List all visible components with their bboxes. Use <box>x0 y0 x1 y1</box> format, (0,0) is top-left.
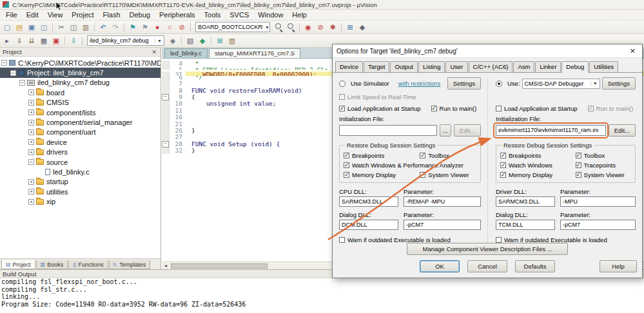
cancel-button[interactable]: Cancel <box>467 260 507 272</box>
menu-item[interactable]: SVCS <box>225 10 253 19</box>
driver-param-input[interactable] <box>560 196 636 207</box>
tree-item-cmsis[interactable]: + CMSIS <box>0 98 161 108</box>
restore-checkbox[interactable]: Watch Windows <box>500 162 576 169</box>
tree-expander-icon[interactable]: + <box>28 139 34 145</box>
limit-speed-checkbox[interactable]: Limit Speed to Real-Time <box>339 93 416 100</box>
run-to-main-checkbox[interactable]: Run to main() <box>431 105 477 112</box>
editor-tab-led-blinky[interactable]: led_blinky.c <box>164 48 208 58</box>
new-file-icon[interactable]: ▢ <box>1 21 13 33</box>
fold-icon[interactable] <box>162 134 170 140</box>
tree-item-component-lists[interactable]: + component/lists <box>0 108 161 117</box>
insert-remove-breakpoint-icon[interactable]: ⊘ <box>315 21 326 33</box>
download-icon[interactable]: ⇩ <box>68 35 79 46</box>
scroll-thumb[interactable] <box>171 263 268 269</box>
restore-checkbox[interactable]: Memory Display <box>500 171 576 178</box>
target-options-icon[interactable]: ◈ <box>167 35 179 46</box>
configure-icon[interactable]: ◆ <box>356 21 368 33</box>
rebuild-icon[interactable]: ⇊ <box>26 35 37 46</box>
tree-expander-icon[interactable]: + <box>28 199 34 205</box>
dialog-tab[interactable]: Listing <box>418 61 445 72</box>
restore-checkbox[interactable]: Breakpoints <box>344 152 420 159</box>
chevron-down-icon[interactable]: ▼ <box>265 25 269 30</box>
restrictions-link[interactable]: with restrictions <box>398 80 440 87</box>
tree-expander-icon[interactable]: − <box>19 80 25 86</box>
debugger-settings-button[interactable]: Settings <box>602 77 636 90</box>
tree-expander-icon[interactable]: + <box>28 179 34 185</box>
panel-tab-books[interactable]: ▥ Books <box>36 260 68 269</box>
close-icon[interactable]: ✕ <box>150 49 158 55</box>
build-icon[interactable]: ⇓ <box>14 35 25 46</box>
editor-tab-startup[interactable]: startup_MIMXRT1176_cm7.S <box>209 48 300 58</box>
menu-item[interactable]: Flash <box>99 10 125 19</box>
scroll-left-icon[interactable]: ◄ <box>162 263 170 268</box>
load-app-checkbox[interactable]: Load Application at Startup <box>496 105 578 112</box>
tree-item-project[interactable]: − Project: iled_blinky_cm7 <box>0 68 161 77</box>
ok-button[interactable]: OK <box>420 260 460 272</box>
browse-button[interactable]: ... <box>440 124 451 137</box>
menu-item[interactable]: Window <box>253 10 288 19</box>
tree-expander-icon[interactable]: + <box>28 149 34 155</box>
menu-item[interactable]: Debug <box>125 10 155 19</box>
tree-item-component-uart[interactable]: + component/uart <box>0 128 161 137</box>
fold-icon[interactable] <box>162 100 170 107</box>
debug-settings-icon[interactable]: ✱ <box>327 21 338 33</box>
breakpoint-icon[interactable]: ● <box>151 21 163 33</box>
translate-icon[interactable]: ▸ <box>1 35 13 46</box>
dialog-tab[interactable]: User <box>445 61 467 72</box>
tree-item-source[interactable]: − source <box>0 157 161 167</box>
restore-checkbox[interactable]: System Viewer <box>576 171 631 178</box>
save-icon[interactable]: ▣ <box>26 21 37 33</box>
window-layout-icon[interactable]: ⊞ <box>344 21 356 33</box>
dialog-tab[interactable]: Output <box>390 61 418 72</box>
fold-icon[interactable] <box>162 147 170 154</box>
fold-icon[interactable] <box>162 108 170 114</box>
restore-checkbox[interactable]: Tracepoints <box>576 162 631 169</box>
tree-item-component-serial-manager[interactable]: + component/serial_manager <box>0 117 161 127</box>
menu-item[interactable]: Help <box>288 10 311 19</box>
panel-tab-templates[interactable]: 0, Templates <box>109 260 151 269</box>
tree-item-workspace[interactable]: − C:\KerryPC\IMXRTCode\Practice\RT1170\M… <box>0 58 161 68</box>
menu-item[interactable]: View <box>43 10 68 19</box>
start-stop-debug-icon[interactable]: ◉ <box>302 21 314 33</box>
menu-item[interactable]: File <box>1 10 22 19</box>
fold-icon[interactable] <box>162 71 170 76</box>
tree-expander-icon[interactable]: + <box>28 189 34 194</box>
tree-expander-icon[interactable]: − <box>10 70 16 76</box>
dialog-tab[interactable]: C/C++ (AC6) <box>469 61 513 72</box>
panel-tab-functions[interactable]: {} Functions <box>68 260 108 269</box>
cut-icon[interactable]: ✂ <box>55 21 67 33</box>
copy-icon[interactable]: ◫ <box>68 21 79 33</box>
bookmark-icon[interactable]: ⚑ <box>127 21 139 33</box>
batch-build-icon[interactable]: ▦ <box>38 35 50 46</box>
fold-icon[interactable]: − <box>162 141 170 147</box>
fold-icon[interactable] <box>162 121 170 128</box>
edit-init-button[interactable]: Edit... <box>609 124 636 137</box>
fold-icon[interactable] <box>162 88 170 94</box>
restore-checkbox[interactable]: Toolbox <box>420 152 476 159</box>
dialog-tab[interactable]: Linker <box>535 61 561 72</box>
run-to-main-checkbox[interactable]: Run to main() <box>588 105 634 112</box>
dialog-close-icon[interactable]: ✕ <box>627 47 638 55</box>
build-output-log[interactable]: compiling fsl_flexspi_nor_boot.c...compi… <box>0 278 644 308</box>
fold-icon[interactable] <box>162 128 170 134</box>
dialog-tab[interactable]: Debug <box>561 61 589 73</box>
tree-item-startup[interactable]: + startup <box>0 177 161 187</box>
paste-icon[interactable]: ▥ <box>80 21 92 33</box>
tree-expander-icon[interactable]: − <box>1 60 7 66</box>
dialog-tab[interactable]: Utilities <box>589 61 618 72</box>
tree-expander-icon[interactable]: + <box>28 109 34 115</box>
dialog-param-input[interactable] <box>404 220 481 230</box>
target-select[interactable]: iled_blinky_cm7 debug ▼ <box>87 35 164 46</box>
fold-icon[interactable] <box>162 114 170 120</box>
panel-tab-project[interactable]: ▤ Project <box>1 260 35 269</box>
kill-breakpoints-icon[interactable]: ⊘ <box>176 21 188 33</box>
tree-expander-icon[interactable]: − <box>28 159 34 165</box>
find-input[interactable] <box>196 24 265 30</box>
save-all-icon[interactable]: ◫ <box>38 21 50 33</box>
restore-checkbox[interactable]: Memory Display <box>344 171 420 178</box>
dialog-tab[interactable]: Device <box>335 61 363 72</box>
init-file-input[interactable] <box>496 125 606 136</box>
restore-checkbox[interactable]: Toolbox <box>576 152 631 159</box>
restore-checkbox[interactable]: System Viewer <box>420 171 476 178</box>
pack-installer-icon[interactable]: ⊞ <box>214 35 226 46</box>
